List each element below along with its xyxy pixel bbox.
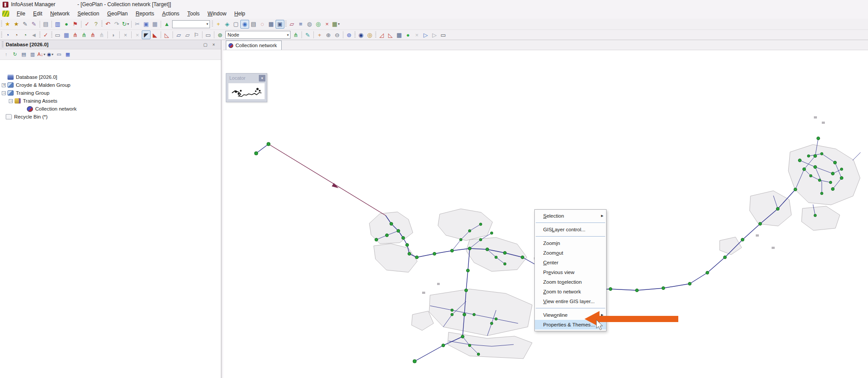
db-tools-icon[interactable]: ◍ ▾ ▾ (305, 20, 314, 29)
menu-file[interactable]: File (13, 10, 29, 18)
menu-edit[interactable]: Edit (29, 10, 46, 18)
map-window-icon[interactable]: ▣ ▾ ▾ (276, 20, 284, 29)
tree-expander[interactable] (2, 83, 6, 87)
history-icon[interactable]: ◔ ▾ ▾ (3, 30, 12, 39)
print-icon[interactable]: ▤ ▾ ▾ (41, 20, 50, 29)
menu-item-previous-view[interactable]: Previous view (535, 267, 606, 277)
menu-item-zoom-in[interactable]: Zoom in (535, 238, 606, 248)
add-database-icon[interactable]: + ▾ ▾ (214, 20, 223, 29)
key-icon[interactable]: ? ▾ ▾ (92, 20, 100, 29)
move-up-icon[interactable]: ↑ ▾ (2, 50, 11, 59)
paste-icon[interactable]: ▦ ▾ ▾ (151, 20, 159, 29)
undo-icon[interactable]: ↶ ▾ ▾ (103, 20, 112, 29)
cut-icon[interactable]: ✂ ▾ ▾ (133, 20, 142, 29)
database-panel-header[interactable]: Database [2026.0] ▢× (0, 40, 221, 49)
sql-icon[interactable]: ▭ ▾ ▾ (53, 30, 62, 39)
no-select-icon[interactable]: ◿ ▾ ▾ (377, 30, 386, 39)
delete-icon[interactable]: × ▾ ▾ (323, 20, 331, 29)
table-view-icon[interactable]: ▦ ▾ ▾ (62, 30, 71, 39)
new-group-icon[interactable]: ★ ▾ ▾ (12, 20, 21, 29)
scalebar-icon[interactable]: ▭ ▾ ▾ (439, 30, 448, 39)
geoplan-window-icon[interactable]: ◉ ▾ ▾ (240, 20, 249, 29)
menu-item-properties-themes[interactable]: Properties & Themes... (535, 320, 606, 330)
validate-icon[interactable]: ✓ ▾ ▾ (83, 20, 92, 29)
table-options-icon[interactable]: ▦ ▾ ▾ (331, 20, 340, 29)
zoom-out-icon[interactable]: ⊖ ▾ ▾ (333, 30, 342, 39)
select-pointer-icon[interactable]: ◤ ▾ ▾ (142, 30, 151, 39)
find-icon[interactable]: ◌ ▾ ▾ (258, 20, 267, 29)
merge-mixed-icon[interactable]: ⋔ ▾ ▾ (88, 30, 97, 39)
new-window-icon[interactable]: ▢ ▾ ▾ (232, 20, 240, 29)
select-polygon-icon[interactable]: ◣ ▾ ▾ (151, 30, 159, 39)
menu-selection[interactable]: Selection (74, 10, 103, 18)
select-add-icon[interactable]: ▷ ▾ ▾ (430, 30, 439, 39)
select-arrow-icon[interactable]: ▷ ▾ ▾ (421, 30, 430, 39)
grid-window-icon[interactable]: ▦ ▾ ▾ (267, 20, 276, 29)
user-icon[interactable]: ◗ ▾ ▾ (109, 30, 118, 39)
refresh-icon[interactable]: ↻ ▾ ▾ (121, 20, 130, 29)
merge-green-icon[interactable]: ⋔ ▾ ▾ (80, 30, 88, 39)
redo-icon[interactable]: ↷ ▾ ▾ (112, 20, 121, 29)
preview-window-icon[interactable]: ▥ ▾ (28, 50, 37, 59)
map-canvas[interactable]: Locator ▼ Selection ▶ (223, 50, 868, 378)
menu-item-center[interactable]: Center (535, 258, 606, 267)
save-icon[interactable]: ▥ ▾ ▾ (53, 20, 62, 29)
find-history-icon[interactable]: ◉ ▾ ▾ (357, 30, 365, 39)
close-selection-icon[interactable]: × ▾ ▾ (121, 30, 130, 39)
menu-item-view-entire-gis-layer[interactable]: View entire GIS layer... (535, 296, 606, 306)
edit-icon[interactable]: ✎ ▾ ▾ (21, 20, 29, 29)
mute-icon[interactable]: ◄ ▾ ▾ (29, 30, 38, 39)
ruler-icon[interactable]: ▭ ▾ ▾ (204, 30, 213, 39)
tree-item-recycle-bin[interactable]: Recycle Bin (*) (0, 113, 221, 121)
menu-network[interactable]: Network (46, 10, 74, 18)
flag-edit-icon[interactable]: ⚐ ▾ ▾ (192, 30, 201, 39)
zoom-in-icon[interactable]: ⊕ ▾ ▾ (324, 30, 333, 39)
tree-item-training-group[interactable]: Training Group (0, 89, 221, 97)
layers-icon[interactable]: ≡ ▾ ▾ (296, 20, 305, 29)
menu-window[interactable]: Window (204, 10, 231, 18)
menu-tools[interactable]: Tools (184, 10, 204, 18)
object-type-combo[interactable]: Node▾ ▾ (224, 30, 291, 39)
pick-node-icon[interactable]: ⋔ ▾ ▾ (291, 30, 300, 39)
menu-actions[interactable]: Actions (158, 10, 183, 18)
link-icon[interactable]: ◈ ▾ ▾ (223, 20, 232, 29)
import-icon[interactable]: ▲ ▾ ▾ (162, 20, 171, 29)
tree-item-croyde-malden-group[interactable]: Croyde & Malden Group (0, 81, 221, 89)
pan-select-icon[interactable]: ▱ ▾ ▾ (174, 30, 183, 39)
scenario-combo[interactable]: ▾ ▾ (171, 20, 211, 29)
stamp-icon[interactable]: ▱ ▾ ▾ (183, 30, 192, 39)
locator-window[interactable]: Locator ▼ (226, 73, 267, 102)
commit-icon[interactable]: ● ▾ ▾ (62, 20, 71, 29)
history-add-icon[interactable]: ◔ ▾ ▾ (12, 30, 21, 39)
compass-icon[interactable]: ◎ ▾ ▾ (365, 30, 374, 39)
form-window-icon[interactable]: ▤ ▾ ▾ (249, 20, 258, 29)
panel-close-button[interactable]: × (211, 42, 217, 47)
panel-float-button[interactable]: ▢ (202, 42, 208, 47)
tree-expander[interactable] (9, 99, 13, 103)
blocks-icon[interactable]: ▦ ▾ (63, 50, 72, 59)
tree-item-training-assets[interactable]: Training Assets (0, 97, 221, 105)
menu-item-selection[interactable]: Selection ▶ (535, 211, 606, 221)
notes-icon[interactable]: ▱ ▾ ▾ (287, 20, 296, 29)
details-view-icon[interactable]: ▤ ▾ (19, 50, 28, 59)
flag-icon[interactable]: ⚑ ▾ ▾ (71, 20, 80, 29)
history-run-icon[interactable]: ◔ ▾ ▾ (21, 30, 29, 39)
find-in-tree-icon[interactable]: ◉ ▾ (46, 50, 55, 59)
deselect-polygon-icon[interactable]: ◺ ▾ ▾ (162, 30, 171, 39)
globe-select-icon[interactable]: ⊚ ▾ ▾ (345, 30, 353, 39)
no-select-flag-icon[interactable]: ◺ ▾ ▾ (386, 30, 395, 39)
copy-icon[interactable]: ▣ ▾ ▾ (142, 20, 151, 29)
clear-icon[interactable]: × ▾ ▾ (133, 30, 142, 39)
menu-item-view-online[interactable]: View online ▶ (535, 310, 606, 320)
menu-geoplan[interactable]: GeoPlan (103, 10, 132, 18)
refresh-tree-icon[interactable]: ↻ ▾ (11, 50, 19, 59)
object-type-globe-icon[interactable]: ⊚ ▾ ▾ (216, 30, 224, 39)
properties-window-icon[interactable]: ▦ ▾ ▾ (395, 30, 404, 39)
new-icon[interactable]: ★ ▾ ▾ (3, 20, 12, 29)
menu-reports[interactable]: Reports (132, 10, 158, 18)
tree-item-database[interactable]: Database [2026.0] (0, 73, 221, 81)
brush-icon[interactable]: ✎ ▾ ▾ (303, 30, 312, 39)
pan-hand-icon[interactable]: + ▾ ▾ (315, 30, 324, 39)
menu-item-zoom-out[interactable]: Zoom out (535, 248, 606, 258)
sort-icon[interactable]: A↓ ▾ (37, 50, 46, 59)
